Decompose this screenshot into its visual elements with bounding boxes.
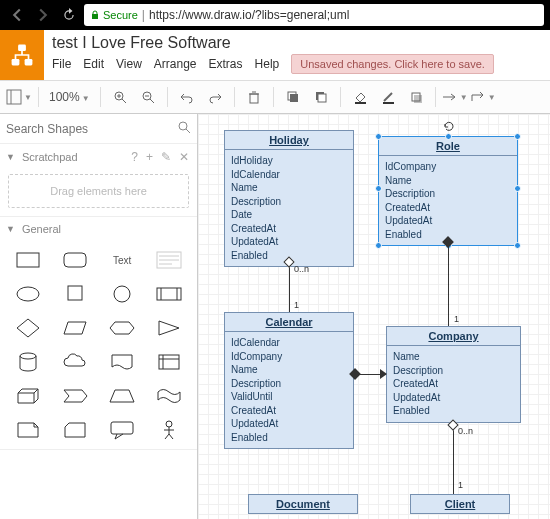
to-back-button[interactable] xyxy=(308,84,334,110)
uml-body: IdCompany Name Description CreatedAt Upd… xyxy=(379,156,517,245)
resize-handle-w[interactable] xyxy=(375,185,382,192)
shape-palette: Text xyxy=(0,241,197,449)
menu-help[interactable]: Help xyxy=(255,57,280,71)
uml-class-company[interactable]: Company Name Description CreatedAt Updat… xyxy=(386,326,521,423)
reload-button[interactable] xyxy=(58,4,80,26)
svg-rect-28 xyxy=(64,253,86,267)
url-bar[interactable]: Secure | https://www.draw.io/?libs=gener… xyxy=(84,4,544,26)
redo-button[interactable] xyxy=(202,84,228,110)
resize-handle-sw[interactable] xyxy=(375,242,382,249)
zoom-out-button[interactable] xyxy=(135,84,161,110)
shape-document[interactable] xyxy=(101,347,144,377)
svg-line-11 xyxy=(150,99,154,103)
undo-button[interactable] xyxy=(174,84,200,110)
shape-callout[interactable] xyxy=(101,415,144,445)
resize-handle-n[interactable] xyxy=(445,133,452,140)
connector[interactable] xyxy=(448,240,449,326)
shape-hexagon[interactable] xyxy=(101,313,144,343)
resize-handle-e[interactable] xyxy=(514,185,521,192)
shape-trapezoid[interactable] xyxy=(101,381,144,411)
fill-color-button[interactable] xyxy=(347,84,373,110)
shape-internal-storage[interactable] xyxy=(148,347,191,377)
shape-tape[interactable] xyxy=(148,381,191,411)
line-color-button[interactable] xyxy=(375,84,401,110)
shape-ellipse[interactable] xyxy=(6,279,49,309)
view-dropdown[interactable]: ▼ xyxy=(6,84,32,110)
svg-rect-16 xyxy=(290,94,298,102)
shadow-button[interactable] xyxy=(403,84,429,110)
menu-extras[interactable]: Extras xyxy=(209,57,243,71)
multiplicity-label: 1 xyxy=(454,314,459,324)
scratchpad-close[interactable]: ✕ xyxy=(177,150,191,164)
menu-edit[interactable]: Edit xyxy=(83,57,104,71)
secure-indicator: Secure xyxy=(90,9,138,21)
waypoints-dropdown[interactable]: ▼ xyxy=(470,84,496,110)
svg-rect-2 xyxy=(12,59,20,66)
connector[interactable] xyxy=(289,262,290,312)
scratchpad-add[interactable]: + xyxy=(144,150,155,164)
uml-class-calendar[interactable]: Calendar IdCalendar IdCompany Name Descr… xyxy=(224,312,354,449)
uml-class-holiday[interactable]: Holiday IdHoliday IdCalendar Name Descri… xyxy=(224,130,354,267)
connector[interactable] xyxy=(453,424,454,494)
shape-note[interactable] xyxy=(6,415,49,445)
shape-cube[interactable] xyxy=(6,381,49,411)
secure-label: Secure xyxy=(103,9,138,21)
uml-title: Company xyxy=(387,327,520,346)
menu-view[interactable]: View xyxy=(116,57,142,71)
scratchpad-label: Scratchpad xyxy=(22,151,78,163)
menu-file[interactable]: File xyxy=(52,57,71,71)
shape-step[interactable] xyxy=(53,381,96,411)
shape-cloud[interactable] xyxy=(53,347,96,377)
menu-arrange[interactable]: Arrange xyxy=(154,57,197,71)
chevron-down-icon[interactable]: ▼ xyxy=(6,152,15,162)
drawio-logo[interactable] xyxy=(0,30,44,80)
shape-rectangle[interactable] xyxy=(6,245,49,275)
uml-class-client[interactable]: Client xyxy=(410,494,510,514)
scratchpad-edit[interactable]: ✎ xyxy=(159,150,173,164)
diagram-canvas[interactable]: Holiday IdHoliday IdCalendar Name Descri… xyxy=(198,114,550,519)
sidebar: ▼ Scratchpad ? + ✎ ✕ Drag elements here … xyxy=(0,114,198,519)
back-button[interactable] xyxy=(6,4,28,26)
zoom-level[interactable]: 100%▼ xyxy=(45,90,94,104)
shape-text[interactable]: Text xyxy=(101,245,144,275)
resize-handle-nw[interactable] xyxy=(375,133,382,140)
shape-card[interactable] xyxy=(53,415,96,445)
scratchpad-help[interactable]: ? xyxy=(129,150,140,164)
shape-triangle[interactable] xyxy=(148,313,191,343)
delete-button[interactable] xyxy=(241,84,267,110)
uml-class-document[interactable]: Document xyxy=(248,494,358,514)
search-input[interactable] xyxy=(6,122,177,136)
toolbar: ▼ 100%▼ ▼ ▼ xyxy=(0,80,550,114)
zoom-in-button[interactable] xyxy=(107,84,133,110)
chevron-down-icon[interactable]: ▼ xyxy=(6,224,15,234)
scratchpad-dropzone[interactable]: Drag elements here xyxy=(8,174,189,208)
search-icon[interactable] xyxy=(177,120,191,137)
unsaved-button[interactable]: Unsaved changes. Click here to save. xyxy=(291,54,494,74)
arrow-head-icon xyxy=(380,369,388,379)
app-header: test I Love Free Software File Edit View… xyxy=(0,30,550,80)
shape-diamond[interactable] xyxy=(6,313,49,343)
rotate-handle[interactable] xyxy=(443,120,453,130)
multiplicity-label: 0..n xyxy=(458,426,473,436)
resize-handle-se[interactable] xyxy=(514,242,521,249)
document-title[interactable]: test I Love Free Software xyxy=(52,34,542,52)
resize-handle-ne[interactable] xyxy=(514,133,521,140)
shape-actor[interactable] xyxy=(148,415,191,445)
multiplicity-label: 0..n xyxy=(294,264,309,274)
to-front-button[interactable] xyxy=(280,84,306,110)
shape-cylinder[interactable] xyxy=(6,347,49,377)
shape-rounded-rect[interactable] xyxy=(53,245,96,275)
uml-title: Document xyxy=(249,495,357,513)
svg-rect-34 xyxy=(68,286,82,300)
shape-textbox[interactable] xyxy=(148,245,191,275)
shape-circle[interactable] xyxy=(101,279,144,309)
shape-square[interactable] xyxy=(53,279,96,309)
svg-rect-40 xyxy=(159,355,179,369)
uml-class-role-selected[interactable]: Role IdCompany Name Description CreatedA… xyxy=(378,136,518,246)
connection-dropdown[interactable]: ▼ xyxy=(442,84,468,110)
shape-process[interactable] xyxy=(148,279,191,309)
lock-icon xyxy=(90,10,100,20)
shape-parallelogram[interactable] xyxy=(53,313,96,343)
forward-button[interactable] xyxy=(32,4,54,26)
url-text: https://www.draw.io/?libs=general;uml xyxy=(149,8,349,22)
